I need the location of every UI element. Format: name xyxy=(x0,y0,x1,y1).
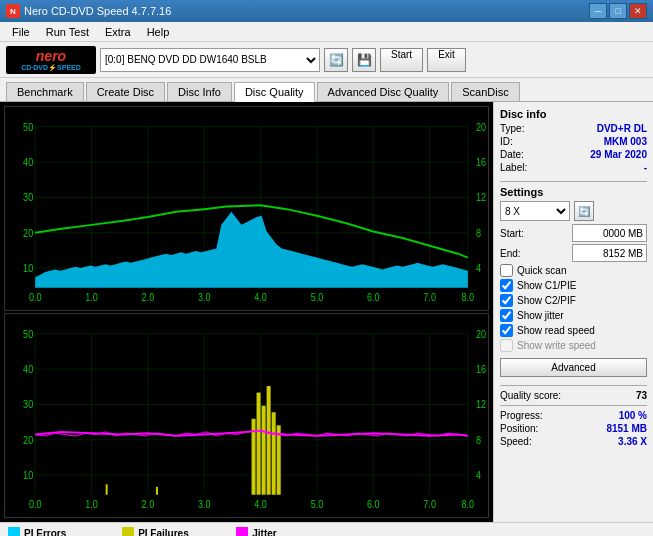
disc-date-label: Date: xyxy=(500,149,524,160)
show-write-speed-checkbox[interactable] xyxy=(500,339,513,352)
start-row: Start: xyxy=(500,224,647,242)
svg-rect-74 xyxy=(106,484,108,494)
tab-create-disc[interactable]: Create Disc xyxy=(86,82,165,101)
drive-selector[interactable]: [0:0] BENQ DVD DD DW1640 BSLB xyxy=(100,48,320,72)
svg-text:3.0: 3.0 xyxy=(198,497,211,510)
position-row: Position: 8151 MB xyxy=(500,423,647,434)
settings-refresh-icon[interactable]: 🔄 xyxy=(574,201,594,221)
maximize-button[interactable]: □ xyxy=(609,3,627,19)
save-icon-btn[interactable]: 💾 xyxy=(352,48,376,72)
pi-failures-legend-dot xyxy=(122,527,134,536)
svg-text:0.0: 0.0 xyxy=(29,497,42,510)
disc-id-label: ID: xyxy=(500,136,513,147)
disc-label-row: Label: - xyxy=(500,162,647,173)
svg-text:40: 40 xyxy=(23,155,33,168)
svg-text:3.0: 3.0 xyxy=(198,290,211,303)
tab-disc-quality[interactable]: Disc Quality xyxy=(234,82,315,102)
refresh-icon-btn[interactable]: 🔄 xyxy=(324,48,348,72)
disc-type-row: Type: DVD+R DL xyxy=(500,123,647,134)
pi-failures-stats: PI Failures Average: 0.06 Maximum: 22 To… xyxy=(122,527,216,536)
svg-text:5.0: 5.0 xyxy=(311,497,324,510)
title-bar-left: N Nero CD-DVD Speed 4.7.7.16 xyxy=(6,4,171,18)
show-c1-pie-label: Show C1/PIE xyxy=(517,280,576,291)
svg-text:16: 16 xyxy=(476,362,486,375)
svg-text:8: 8 xyxy=(476,225,481,238)
speed-row-prog: Speed: 3.36 X xyxy=(500,436,647,447)
menu-file[interactable]: File xyxy=(4,24,38,40)
svg-text:8: 8 xyxy=(476,432,481,445)
svg-rect-72 xyxy=(272,412,276,495)
jitter-legend: Jitter xyxy=(236,527,336,536)
disc-date-row: Date: 29 Mar 2020 xyxy=(500,149,647,160)
menu-extra[interactable]: Extra xyxy=(97,24,139,40)
close-button[interactable]: ✕ xyxy=(629,3,647,19)
tab-disc-info[interactable]: Disc Info xyxy=(167,82,232,101)
svg-text:4: 4 xyxy=(476,468,481,481)
svg-text:4: 4 xyxy=(476,261,481,274)
right-panel: Disc info Type: DVD+R DL ID: MKM 003 Dat… xyxy=(493,102,653,522)
svg-text:8.0: 8.0 xyxy=(462,290,475,303)
start-button[interactable]: Start xyxy=(380,48,423,72)
app-icon: N xyxy=(6,4,20,18)
start-input[interactable] xyxy=(572,224,647,242)
svg-rect-73 xyxy=(277,425,281,494)
disc-label-label: Label: xyxy=(500,162,527,173)
pi-failures-group: PI Failures Average: 0.06 Maximum: 22 To… xyxy=(122,527,216,536)
title-bar: N Nero CD-DVD Speed 4.7.7.16 ─ □ ✕ xyxy=(0,0,653,22)
quality-score-label: Quality score: xyxy=(500,390,561,401)
bottom-chart: 50 40 30 20 10 20 16 12 8 4 0.0 1.0 2.0 … xyxy=(4,313,489,518)
svg-text:30: 30 xyxy=(23,397,33,410)
svg-text:1.0: 1.0 xyxy=(85,497,98,510)
disc-label-value: - xyxy=(644,162,647,173)
nero-logo-sub: CD·DVD⚡SPEED xyxy=(21,64,81,72)
show-jitter-label: Show jitter xyxy=(517,310,564,321)
menu-run-test[interactable]: Run Test xyxy=(38,24,97,40)
svg-rect-69 xyxy=(257,393,261,495)
disc-type-label: Type: xyxy=(500,123,524,134)
speed-selector[interactable]: 8 X xyxy=(500,201,570,221)
pi-errors-group: PI Errors Average: 2.25 Maximum: 27 Tota… xyxy=(8,527,102,536)
top-chart: 50 40 30 20 10 20 16 12 8 4 0.0 1.0 2.0 … xyxy=(4,106,489,311)
advanced-button[interactable]: Advanced xyxy=(500,358,647,377)
tabs: Benchmark Create Disc Disc Info Disc Qua… xyxy=(0,78,653,102)
divider-1 xyxy=(500,181,647,182)
show-read-speed-checkbox[interactable] xyxy=(500,324,513,337)
position-label: Position: xyxy=(500,423,538,434)
svg-text:6.0: 6.0 xyxy=(367,290,380,303)
position-value: 8151 MB xyxy=(606,423,647,434)
quick-scan-row: Quick scan xyxy=(500,264,647,277)
svg-text:30: 30 xyxy=(23,190,33,203)
show-c2-row: Show C2/PIF xyxy=(500,294,647,307)
disc-info-section: Disc info Type: DVD+R DL ID: MKM 003 Dat… xyxy=(500,108,647,173)
progress-label: Progress: xyxy=(500,410,543,421)
tab-scan-disc[interactable]: ScanDisc xyxy=(451,82,519,101)
nero-logo-text: nero xyxy=(36,48,66,64)
disc-info-title: Disc info xyxy=(500,108,647,120)
end-input[interactable] xyxy=(572,244,647,262)
divider-3 xyxy=(500,405,647,406)
svg-text:8.0: 8.0 xyxy=(462,497,475,510)
minimize-button[interactable]: ─ xyxy=(589,3,607,19)
show-c1-pie-checkbox[interactable] xyxy=(500,279,513,292)
show-jitter-row: Show jitter xyxy=(500,309,647,322)
quality-score-row: Quality score: 73 xyxy=(500,390,647,401)
tab-advanced-disc-quality[interactable]: Advanced Disc Quality xyxy=(317,82,450,101)
jitter-legend-dot xyxy=(236,527,248,536)
svg-text:20: 20 xyxy=(23,432,33,445)
pi-errors-legend-label: PI Errors xyxy=(24,528,66,537)
quick-scan-checkbox[interactable] xyxy=(500,264,513,277)
speed-label-prog: Speed: xyxy=(500,436,532,447)
pi-failures-legend: PI Failures xyxy=(122,527,216,536)
menu-help[interactable]: Help xyxy=(139,24,178,40)
speed-value-prog: 3.36 X xyxy=(618,436,647,447)
svg-text:10: 10 xyxy=(23,468,33,481)
svg-text:0.0: 0.0 xyxy=(29,290,42,303)
show-c2-pif-checkbox[interactable] xyxy=(500,294,513,307)
svg-text:4.0: 4.0 xyxy=(254,290,267,303)
svg-text:16: 16 xyxy=(476,155,486,168)
pi-errors-legend: PI Errors xyxy=(8,527,102,536)
exit-button[interactable]: Exit xyxy=(427,48,466,72)
show-read-speed-label: Show read speed xyxy=(517,325,595,336)
show-jitter-checkbox[interactable] xyxy=(500,309,513,322)
tab-benchmark[interactable]: Benchmark xyxy=(6,82,84,101)
